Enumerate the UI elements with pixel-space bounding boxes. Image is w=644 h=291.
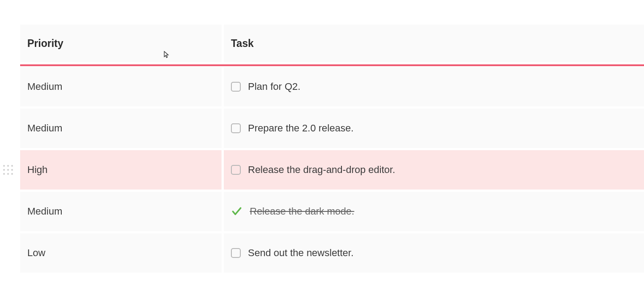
table-row[interactable]: Low Send out the newsletter. [20, 233, 644, 273]
task-text: Send out the newsletter. [248, 247, 354, 259]
priority-value: Low [27, 247, 45, 259]
task-content: Prepare the 2.0 release. [231, 122, 354, 134]
task-text: Release the dark mode. [250, 206, 354, 217]
task-cell[interactable]: Release the dark mode. [224, 192, 644, 231]
table-row[interactable]: High Release the drag-and-drop editor. [20, 150, 644, 190]
column-header-priority[interactable]: Priority [20, 25, 222, 62]
task-text: Prepare the 2.0 release. [248, 122, 354, 134]
priority-value: High [27, 164, 47, 176]
priority-cell[interactable]: High [20, 150, 222, 190]
task-cell[interactable]: Prepare the 2.0 release. [224, 109, 644, 148]
column-header-task[interactable]: Task [224, 25, 644, 62]
task-cell[interactable]: Send out the newsletter. [224, 233, 644, 273]
drag-handle-icon[interactable] [3, 164, 13, 176]
priority-value: Medium [27, 206, 62, 217]
cursor-icon [163, 49, 171, 56]
task-content: Release the dark mode. [231, 206, 354, 217]
priority-cell[interactable]: Medium [20, 109, 222, 148]
task-cell[interactable]: Release the drag-and-drop editor. [224, 150, 644, 190]
checkbox-empty-icon[interactable] [231, 165, 241, 175]
table-row[interactable]: Medium Plan for Q2. [20, 67, 644, 106]
table-row[interactable]: Medium Release the dark mode. [20, 192, 644, 231]
task-text: Release the drag-and-drop editor. [248, 164, 395, 176]
priority-value: Medium [27, 122, 62, 134]
table-row[interactable]: Medium Prepare the 2.0 release. [20, 109, 644, 148]
task-content: Release the drag-and-drop editor. [231, 164, 395, 176]
task-content: Send out the newsletter. [231, 247, 354, 259]
task-content: Plan for Q2. [231, 81, 300, 93]
task-table: Priority Task Medium Plan for Q2. Medium [20, 25, 644, 273]
priority-cell[interactable]: Low [20, 233, 222, 273]
checkbox-empty-icon[interactable] [231, 123, 241, 133]
check-icon[interactable] [231, 206, 243, 217]
checkbox-empty-icon[interactable] [231, 82, 241, 92]
header-underline [20, 64, 644, 66]
priority-cell[interactable]: Medium [20, 192, 222, 231]
checkbox-empty-icon[interactable] [231, 248, 241, 258]
task-text: Plan for Q2. [248, 81, 300, 93]
task-cell[interactable]: Plan for Q2. [224, 67, 644, 106]
table-header-row: Priority Task [20, 25, 644, 62]
priority-cell[interactable]: Medium [20, 67, 222, 106]
priority-value: Medium [27, 81, 62, 93]
